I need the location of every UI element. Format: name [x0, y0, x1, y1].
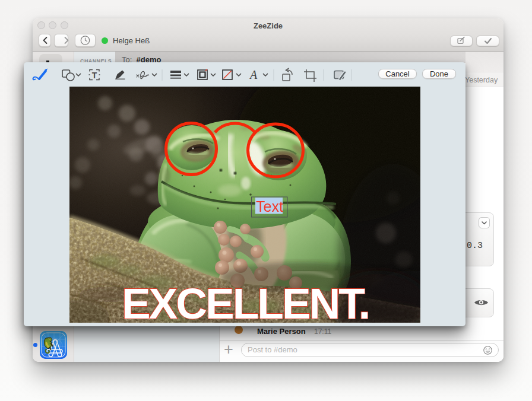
svg-text:T: T	[92, 71, 97, 80]
svg-text:A: A	[249, 68, 258, 81]
svg-text:EXCELLENT.: EXCELLENT.	[122, 279, 369, 323]
svg-text:Text: Text	[256, 198, 283, 215]
